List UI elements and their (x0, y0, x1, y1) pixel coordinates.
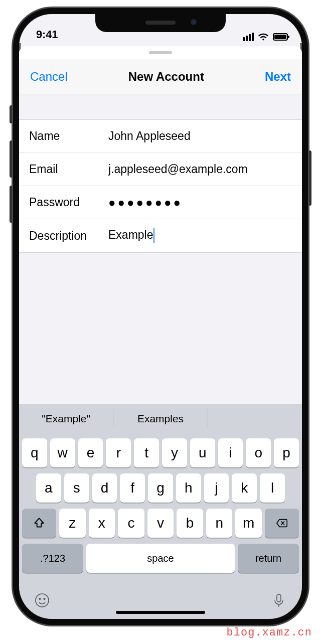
form-row-description[interactable]: Description Example (19, 219, 302, 252)
description-field[interactable]: Example (108, 228, 292, 243)
key-e[interactable]: e (78, 438, 103, 467)
prediction-empty (208, 404, 302, 433)
nav-bar: Cancel New Account Next (19, 59, 302, 94)
key-i[interactable]: i (218, 438, 243, 467)
key-t[interactable]: t (134, 438, 159, 467)
key-c[interactable]: c (118, 509, 144, 538)
sheet-grabber[interactable] (19, 46, 302, 59)
page-title: New Account (128, 70, 204, 84)
keyboard-row-4: .?123 space return (19, 544, 302, 578)
status-time: 9:41 (36, 28, 58, 41)
key-s[interactable]: s (64, 473, 89, 503)
key-r[interactable]: r (106, 438, 131, 467)
key-q[interactable]: q (22, 438, 47, 467)
key-d[interactable]: d (92, 473, 117, 503)
description-label: Description (29, 229, 108, 243)
device-notch (95, 13, 226, 32)
key-v[interactable]: v (147, 509, 174, 538)
key-p[interactable]: p (274, 438, 299, 467)
wifi-icon (258, 33, 269, 41)
password-field[interactable]: ●●●●●●●● (108, 196, 292, 210)
space-key[interactable]: space (86, 544, 235, 573)
key-m[interactable]: m (235, 509, 262, 538)
svg-point-1 (39, 598, 41, 600)
keyboard: "Example" Examples q w e r t y u i o p (19, 404, 302, 619)
form-row-password[interactable]: Password ●●●●●●●● (19, 186, 302, 219)
key-g[interactable]: g (148, 473, 173, 503)
prediction-option[interactable]: "Example" (19, 404, 113, 433)
password-label: Password (29, 196, 108, 209)
next-button[interactable]: Next (265, 70, 291, 84)
cancel-button[interactable]: Cancel (30, 70, 68, 84)
key-j[interactable]: j (204, 473, 229, 503)
home-indicator[interactable] (116, 611, 205, 614)
shift-key[interactable] (22, 509, 56, 538)
name-field[interactable] (108, 129, 292, 143)
numeric-key[interactable]: .?123 (22, 544, 83, 573)
svg-point-0 (36, 594, 49, 607)
text-caret (153, 228, 154, 243)
battery-icon (273, 33, 288, 41)
key-w[interactable]: w (50, 438, 75, 467)
backspace-key[interactable] (265, 509, 299, 538)
form-row-name[interactable]: Name (19, 120, 302, 153)
key-x[interactable]: x (89, 509, 115, 538)
watermark-text: blog.xamz.cn (227, 626, 312, 639)
phone-frame: 9:41 Cancel New Account Next (13, 8, 308, 625)
microphone-icon[interactable] (271, 592, 287, 610)
key-h[interactable]: h (176, 473, 201, 503)
key-n[interactable]: n (206, 509, 233, 538)
key-o[interactable]: o (246, 438, 271, 467)
key-k[interactable]: k (232, 473, 257, 503)
account-form: Name Email Password ●●●●●●●● Description… (19, 119, 302, 253)
keyboard-row-1: q w e r t y u i o p (19, 433, 302, 467)
form-row-email[interactable]: Email (19, 153, 302, 186)
email-label: Email (29, 163, 108, 176)
key-l[interactable]: l (260, 473, 285, 503)
name-label: Name (29, 129, 108, 143)
prediction-option[interactable]: Examples (113, 404, 207, 433)
prediction-bar: "Example" Examples (19, 404, 302, 433)
cellular-signal-icon (243, 33, 254, 41)
key-z[interactable]: z (59, 509, 86, 538)
key-u[interactable]: u (190, 438, 215, 467)
email-field[interactable] (108, 163, 292, 176)
key-f[interactable]: f (120, 473, 145, 503)
svg-rect-3 (277, 594, 281, 602)
key-y[interactable]: y (162, 438, 187, 467)
key-b[interactable]: b (177, 509, 203, 538)
keyboard-row-3: z x c v b n m (19, 509, 302, 538)
svg-point-2 (44, 598, 45, 600)
keyboard-row-2: a s d f g h j k l (19, 473, 302, 503)
return-key[interactable]: return (238, 544, 299, 573)
key-a[interactable]: a (36, 473, 61, 503)
emoji-icon[interactable] (34, 592, 50, 610)
